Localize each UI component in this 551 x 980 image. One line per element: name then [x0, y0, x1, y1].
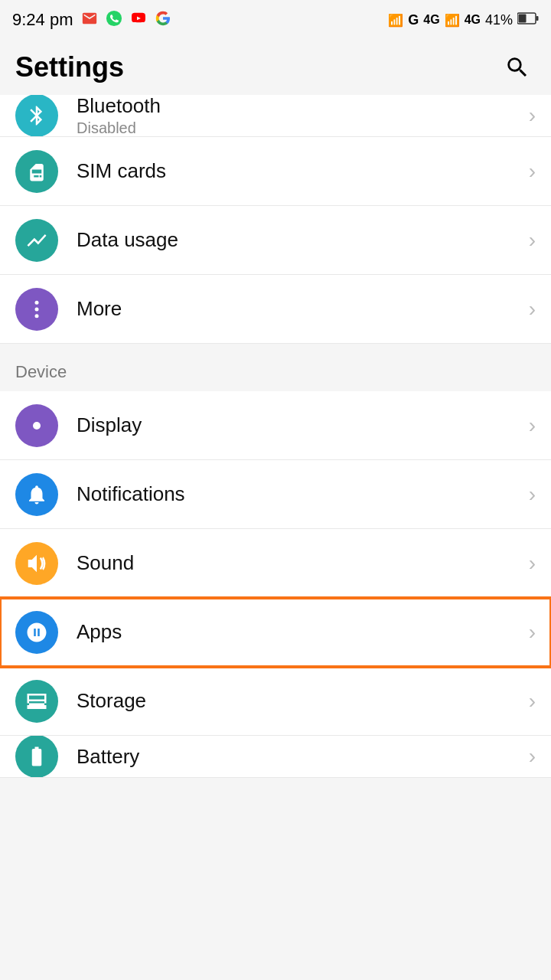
sound-icon-bg — [15, 542, 58, 585]
svg-rect-2 — [536, 16, 539, 21]
battery-title: Battery — [77, 745, 521, 769]
sound-title: Sound — [77, 551, 521, 575]
more-chevron: › — [529, 297, 536, 322]
more-content: More — [77, 297, 521, 321]
battery-icon-bg — [15, 736, 58, 778]
more-icon-bg — [15, 288, 58, 331]
display-chevron: › — [529, 413, 536, 438]
settings-item-bluetooth[interactable]: Bluetooth Disabled › — [0, 95, 551, 137]
display-icon-bg — [15, 404, 58, 447]
notifications-title: Notifications — [77, 482, 521, 506]
storage-content: Storage — [77, 689, 521, 713]
apps-chevron: › — [529, 620, 536, 645]
settings-item-storage[interactable]: Storage › — [0, 667, 551, 736]
battery-percent: 41% — [485, 12, 513, 28]
svg-point-4 — [35, 300, 39, 304]
data-usage-title: Data usage — [77, 228, 521, 252]
search-button[interactable] — [499, 49, 536, 86]
bluetooth-subtitle: Disabled — [77, 119, 521, 137]
storage-title: Storage — [77, 689, 521, 713]
more-title: More — [77, 297, 521, 321]
settings-item-more[interactable]: More › — [0, 275, 551, 344]
status-bar-right: 📶 G 4G 📶 4G 41% — [388, 12, 539, 28]
sim-chevron: › — [529, 159, 536, 184]
settings-list: Bluetooth Disabled › SIM cards › Data us… — [0, 95, 551, 344]
youtube-icon — [130, 10, 147, 31]
network-type-2: 4G — [465, 13, 481, 27]
battery-chevron: › — [529, 744, 536, 769]
signal-bars-2: 📶 — [445, 13, 460, 28]
sound-chevron: › — [529, 551, 536, 576]
settings-item-sim[interactable]: SIM cards › — [0, 137, 551, 206]
settings-item-data-usage[interactable]: Data usage › — [0, 206, 551, 275]
apps-content: Apps — [77, 620, 521, 644]
svg-point-6 — [35, 314, 39, 318]
device-section-header: Device — [0, 344, 551, 391]
bluetooth-icon-bg — [15, 95, 58, 137]
notifications-content: Notifications — [77, 482, 521, 506]
battery-content: Battery — [77, 745, 521, 769]
gmail-icon — [81, 10, 98, 31]
data-usage-content: Data usage — [77, 228, 521, 252]
notifications-chevron: › — [529, 482, 536, 507]
svg-point-5 — [35, 307, 39, 311]
notifications-icon-bg — [15, 473, 58, 516]
device-section-label: Device — [15, 362, 67, 381]
data-usage-chevron: › — [529, 228, 536, 253]
settings-item-apps[interactable]: Apps › — [0, 598, 551, 667]
time-display: 9:24 pm — [12, 10, 73, 30]
sim-content: SIM cards — [77, 159, 521, 183]
storage-chevron: › — [529, 689, 536, 714]
device-settings-list: Display › Notifications › Sound › — [0, 391, 551, 778]
status-bar: 9:24 pm 📶 G 4G 📶 4G 41% — [0, 0, 551, 40]
apps-icon-bg — [15, 611, 58, 654]
network-type: G — [408, 12, 419, 28]
whatsapp-icon — [106, 10, 122, 31]
signal-icon: 📶 — [388, 13, 403, 28]
data-usage-icon-bg — [15, 219, 58, 262]
google-icon — [155, 10, 171, 31]
svg-point-7 — [33, 422, 41, 430]
sim-icon-bg — [15, 150, 58, 193]
bluetooth-content: Bluetooth Disabled — [77, 95, 521, 137]
lte-icon: 4G — [423, 13, 439, 27]
bluetooth-title: Bluetooth — [77, 95, 521, 118]
battery-icon — [517, 12, 539, 28]
settings-header: Settings — [0, 40, 551, 95]
svg-point-0 — [106, 10, 121, 25]
status-bar-left: 9:24 pm — [12, 10, 171, 31]
sim-title: SIM cards — [77, 159, 521, 183]
sound-content: Sound — [77, 551, 521, 575]
svg-rect-3 — [519, 14, 527, 22]
apps-title: Apps — [77, 620, 521, 644]
storage-icon-bg — [15, 680, 58, 723]
settings-item-battery[interactable]: Battery › — [0, 736, 551, 778]
display-title: Display — [77, 413, 521, 437]
page-title: Settings — [15, 51, 124, 83]
settings-item-notifications[interactable]: Notifications › — [0, 460, 551, 529]
bluetooth-chevron: › — [529, 103, 536, 128]
display-content: Display — [77, 413, 521, 437]
settings-item-sound[interactable]: Sound › — [0, 529, 551, 598]
settings-item-display[interactable]: Display › — [0, 391, 551, 460]
